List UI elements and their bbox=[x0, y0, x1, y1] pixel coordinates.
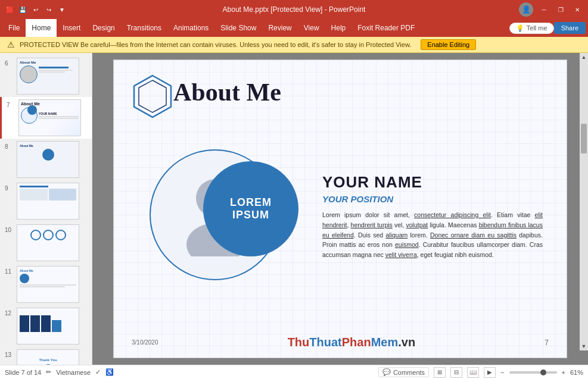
slide-num-6: 6 bbox=[5, 60, 13, 67]
minimize-button[interactable]: ─ bbox=[538, 4, 550, 15]
zoom-out-btn[interactable]: − bbox=[500, 369, 504, 376]
status-right: 💬 Comments ⊞ ⊟ 📖 ▶ − + 61% bbox=[378, 367, 583, 378]
slide-thumb-8[interactable]: 8 About Me bbox=[0, 139, 92, 180]
slide-edit-area: About Me LOREMIPSUM YOUR NAME YOU bbox=[92, 53, 588, 365]
ribbon-tabs: File Home Insert Design Transitions Anim… bbox=[0, 19, 588, 37]
slide-thumb-10[interactable]: 10 bbox=[0, 222, 92, 264]
scroll-up-btn[interactable]: ▲ bbox=[581, 54, 587, 60]
status-bar: Slide 7 of 14 ✏ Vietnamese ✓ ♿ 💬 Comment… bbox=[0, 365, 588, 379]
slide-thumb-12[interactable]: 12 bbox=[0, 305, 92, 347]
tab-slideshow[interactable]: Slide Show bbox=[214, 19, 262, 37]
tab-animations[interactable]: Animations bbox=[167, 19, 214, 37]
normal-view-btn[interactable]: ⊞ bbox=[434, 367, 446, 378]
lorem-circle: LOREMIPSUM bbox=[203, 161, 298, 256]
slide-num-8: 8 bbox=[5, 143, 13, 150]
title-bar-left: 🟥 💾 ↩ ↪ ▼ bbox=[5, 5, 67, 14]
tab-home[interactable]: Home bbox=[26, 19, 57, 37]
thumb-img-7: About Me YOUR NAME bbox=[18, 99, 81, 136]
zoom-level[interactable]: 61% bbox=[570, 369, 583, 376]
body-text: Lorem ipsum dolor sit amet, consectetur … bbox=[322, 210, 543, 260]
brand-thu: Thu bbox=[288, 336, 310, 349]
slide-thumb-13[interactable]: 13 Thank You bbox=[0, 347, 92, 365]
slide-num-13: 13 bbox=[5, 352, 13, 358]
thumb-img-13: Thank You bbox=[17, 349, 79, 365]
protected-message: PROTECTED VIEW Be careful—files from the… bbox=[20, 41, 411, 48]
slide-num-11: 11 bbox=[5, 268, 13, 275]
slide-title: About Me bbox=[173, 78, 281, 107]
right-content: YOUR NAME YOUR POSITION Lorem ipsum dolo… bbox=[322, 173, 543, 260]
comment-icon: 💬 bbox=[382, 368, 391, 376]
save-icon[interactable]: 💾 bbox=[18, 5, 27, 14]
title-bar: 🟥 💾 ↩ ↪ ▼ About Me.pptx [Protected View]… bbox=[0, 0, 588, 19]
brand-vn: .vn bbox=[398, 336, 415, 349]
zoom-in-btn[interactable]: + bbox=[562, 369, 565, 376]
slide-num-9: 9 bbox=[5, 185, 13, 192]
vscroll-thumb[interactable] bbox=[581, 124, 587, 154]
tell-me-label: Tell me bbox=[527, 24, 547, 32]
slide-thumb-11[interactable]: 11 About Me bbox=[0, 264, 92, 305]
warning-icon: ⚠ bbox=[7, 40, 15, 49]
person-position: YOUR POSITION bbox=[322, 194, 543, 204]
tell-me-input[interactable]: 💡 Tell me bbox=[509, 23, 554, 34]
hex-icon bbox=[132, 73, 173, 120]
tab-foxit[interactable]: Foxit Reader PDF bbox=[351, 19, 421, 37]
undo-icon[interactable]: ↩ bbox=[31, 5, 41, 14]
footer-date: 3/10/2020 bbox=[132, 339, 158, 346]
tab-help[interactable]: Help bbox=[325, 19, 352, 37]
app-icon: 🟥 bbox=[5, 5, 14, 14]
window-title: About Me.pptx [Protected View] - PowerPo… bbox=[223, 5, 366, 14]
redo-icon[interactable]: ↪ bbox=[44, 5, 54, 14]
tab-file[interactable]: File bbox=[2, 19, 26, 37]
comments-label: Comments bbox=[393, 369, 425, 376]
thumb-img-11: About Me bbox=[17, 266, 79, 303]
edit-icon[interactable]: ✏ bbox=[46, 368, 51, 376]
thumb-img-6: About Me bbox=[17, 58, 79, 95]
main-area: 6 About Me 7 bbox=[0, 53, 588, 365]
brand-thuat: Thuat bbox=[309, 336, 341, 349]
accessibility-icon[interactable]: ♿ bbox=[105, 368, 114, 376]
tab-transitions[interactable]: Transitions bbox=[121, 19, 167, 37]
tab-design[interactable]: Design bbox=[86, 19, 120, 37]
avatar-area: LOREMIPSUM bbox=[144, 143, 287, 286]
slide-footer: 3/10/2020 ThuThuatPhanMem.vn 7 bbox=[114, 336, 567, 349]
spell-check-icon: ✓ bbox=[95, 368, 101, 376]
slide-canvas[interactable]: About Me LOREMIPSUM YOUR NAME YOU bbox=[113, 59, 567, 358]
tab-review[interactable]: Review bbox=[262, 19, 297, 37]
person-name: YOUR NAME bbox=[322, 173, 543, 192]
hex-svg bbox=[132, 73, 173, 120]
thumb-img-8: About Me bbox=[17, 141, 79, 178]
enable-editing-button[interactable]: Enable Editing bbox=[421, 39, 476, 50]
customize-icon[interactable]: ▼ bbox=[57, 5, 67, 14]
slide-vscrollbar[interactable]: ▲ ▼ bbox=[580, 53, 588, 350]
slide-count-label: Slide 7 of 14 bbox=[5, 369, 41, 376]
svg-marker-1 bbox=[139, 80, 166, 112]
slide-thumb-6[interactable]: 6 About Me bbox=[0, 55, 92, 97]
brand-mem: Mem bbox=[371, 336, 399, 349]
restore-button[interactable]: ❐ bbox=[555, 4, 567, 15]
brand-phan: Phan bbox=[342, 336, 371, 349]
comments-button[interactable]: 💬 Comments bbox=[378, 367, 429, 377]
thumb-img-9 bbox=[17, 183, 79, 220]
tab-insert[interactable]: Insert bbox=[57, 19, 86, 37]
thumb-img-10 bbox=[17, 224, 79, 261]
scroll-down-btn[interactable]: ▼ bbox=[581, 343, 587, 349]
tab-view[interactable]: View bbox=[298, 19, 325, 37]
slide-thumb-7[interactable]: 7 About Me YOUR NAME bbox=[0, 97, 92, 139]
lorem-text: LOREMIPSUM bbox=[230, 196, 272, 221]
slide-sorter-btn[interactable]: ⊟ bbox=[450, 367, 462, 378]
slide-panel: 6 About Me 7 bbox=[0, 53, 92, 365]
share-button[interactable]: Share bbox=[554, 22, 586, 34]
slideshow-view-btn[interactable]: ▶ bbox=[484, 367, 496, 378]
reading-view-btn[interactable]: 📖 bbox=[467, 367, 479, 378]
footer-page-num: 7 bbox=[545, 339, 549, 347]
svg-marker-0 bbox=[134, 76, 171, 117]
zoom-slider[interactable] bbox=[509, 371, 557, 374]
zoom-thumb bbox=[540, 369, 546, 375]
lightbulb-icon: 💡 bbox=[516, 24, 524, 32]
close-button[interactable]: ✕ bbox=[571, 4, 583, 15]
slide-num-12: 12 bbox=[5, 310, 13, 317]
slide-thumb-9[interactable]: 9 bbox=[0, 180, 92, 222]
status-left: Slide 7 of 14 ✏ Vietnamese ✓ ♿ bbox=[5, 368, 114, 376]
slide-num-7: 7 bbox=[7, 102, 15, 108]
protected-bar: ⚠ PROTECTED VIEW Be careful—files from t… bbox=[0, 37, 588, 53]
